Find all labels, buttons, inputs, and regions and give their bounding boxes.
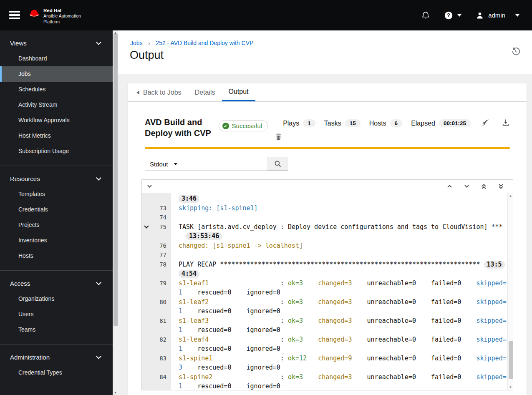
output-panel: 3:4673skipping: [s1-spine1]7475TASK [ari… — [141, 179, 513, 390]
chevron-down-icon — [96, 40, 101, 45]
sidebar-nav: ViewsDashboardJobsSchedulesActivity Stre… — [0, 30, 118, 395]
line-number: 76 — [152, 242, 171, 249]
tab-output[interactable]: Output — [222, 83, 255, 101]
console-line-text: 1 rescued=0 ignored=0 — [171, 325, 280, 335]
sidebar-item-users[interactable]: Users — [0, 307, 113, 322]
notifications-bell-icon[interactable] — [421, 11, 430, 20]
scroll-to-bottom-double-chevron-icon[interactable] — [498, 183, 504, 190]
masthead: Red Hat Ansible Automation Platform ? ad… — [0, 0, 532, 30]
tab-details[interactable]: Details — [188, 83, 222, 101]
redhat-logo-icon — [28, 8, 40, 18]
brand-line2: Ansible Automation — [43, 13, 81, 19]
output-toolbar — [142, 180, 513, 193]
console-line: 3 rescued=0 ignored=0 — [142, 363, 507, 372]
username-label: admin — [488, 12, 505, 19]
job-name: AVD Build and Deploy with CVP — [145, 117, 215, 138]
sidebar-item-credentials[interactable]: Credentials — [0, 202, 113, 217]
console-line: 1 rescued=0 ignored=0 — [142, 307, 507, 316]
search-input[interactable] — [182, 157, 267, 171]
line-number: 84 — [152, 374, 171, 380]
relaunch-rocket-icon[interactable] — [482, 118, 490, 129]
tab-back-to-jobs[interactable]: Back to Jobs — [130, 83, 188, 101]
nav-toggle-button[interactable] — [9, 11, 20, 19]
job-summary-section: AVD Build and Deploy with CVP ✓ Successf… — [128, 102, 527, 171]
search-icon — [274, 160, 282, 168]
nav-group-views: ViewsDashboardJobsSchedulesActivity Stre… — [0, 30, 118, 166]
console-line-text: 1 rescued=0 ignored=0 — [171, 382, 280, 390]
line-number: 79 — [152, 280, 171, 287]
sidebar-item-credential-types[interactable]: Credential Types — [0, 365, 113, 380]
console-line-text: s1-spine2 : ok=3 changed=3 unreachable=0… — [171, 372, 507, 382]
stat-tasks: Tasks15 — [324, 119, 361, 127]
console-line-text: 3:46 — [171, 194, 199, 204]
scroll-to-top-double-chevron-icon[interactable] — [481, 183, 487, 190]
line-number: 78 — [152, 261, 171, 268]
stat-hosts: Hosts6 — [369, 119, 402, 127]
console-line: 78PLAY RECAP ***************************… — [142, 260, 507, 269]
line-number: 83 — [152, 355, 171, 362]
task-expander-chevron-icon[interactable] — [144, 224, 149, 228]
console-line-text: 1 rescued=0 ignored=0 — [171, 344, 280, 354]
help-question-icon: ? — [444, 11, 453, 20]
breadcrumb-job-link[interactable]: 252 - AVD Build and Deploy with CVP — [156, 40, 253, 46]
breadcrumb-jobs-link[interactable]: Jobs — [130, 40, 143, 46]
console-line-text: skipping: [s1-spine1] — [171, 204, 258, 213]
status-badge: ✓ Successful — [219, 120, 268, 131]
chevron-down-icon — [515, 14, 519, 17]
delete-job-trash-icon[interactable] — [275, 133, 282, 143]
console-line: 84s1-spine2 : ok=3 changed=3 unreachable… — [142, 372, 507, 382]
next-match-chevron-down-icon[interactable] — [464, 184, 469, 189]
timestamp-badge: 13:5 — [484, 261, 505, 269]
nav-group-header-access[interactable]: Access — [0, 277, 118, 291]
sidebar-scrollbar-thumb[interactable] — [113, 34, 118, 326]
brand-line3: Platform — [43, 19, 81, 25]
chevron-down-icon — [96, 280, 101, 285]
stat-elapsed: Elapsed00:01:25 — [411, 119, 471, 127]
sidebar-item-host-metrics[interactable]: Host Metrics — [0, 128, 113, 143]
search-button[interactable] — [267, 157, 288, 171]
console-line: 3:46 — [142, 194, 507, 204]
svg-text:?: ? — [447, 12, 450, 18]
nav-group-header-administration[interactable]: Administration — [0, 350, 118, 365]
line-number: 80 — [152, 299, 171, 305]
sidebar-item-hosts[interactable]: Hosts — [0, 248, 113, 264]
nav-group-access: AccessOrganizationsUsersTeams — [0, 270, 118, 344]
breadcrumb-separator-icon: › — [148, 40, 150, 46]
sidebar-item-organizations[interactable]: Organizations — [0, 291, 113, 307]
nav-group-header-resources[interactable]: Resources — [0, 172, 118, 186]
main-content: Jobs › 252 - AVD Build and Deploy with C… — [118, 30, 532, 395]
sidebar-item-jobs[interactable]: Jobs — [0, 66, 113, 82]
sidebar-item-subscription-usage[interactable]: Subscription Usage — [0, 143, 113, 159]
help-menu[interactable]: ? — [444, 11, 461, 20]
sidebar-item-dashboard[interactable]: Dashboard — [0, 51, 113, 66]
user-menu[interactable]: admin — [476, 11, 519, 20]
sidebar-item-activity-stream[interactable]: Activity Stream — [0, 97, 113, 113]
line-number: 73 — [152, 205, 171, 211]
console-line: 81s1-leaf3 : ok=3 changed=3 unreachable=… — [142, 316, 507, 326]
sidebar-item-workflow-approvals[interactable]: Workflow Approvals — [0, 113, 113, 128]
console-line: 83s1-spine1 : ok=12 changed=9 unreachabl… — [142, 354, 507, 363]
previous-match-chevron-up-icon[interactable] — [447, 184, 452, 189]
download-output-icon[interactable] — [502, 118, 510, 128]
console-line-text: TASK [arista.avd.cv_deploy : Deploy devi… — [171, 222, 503, 232]
sidebar-scrollbar[interactable]: ▲ ▼ — [113, 30, 118, 395]
history-icon[interactable] — [511, 47, 520, 58]
sidebar-item-schedules[interactable]: Schedules — [0, 82, 113, 97]
console-line: 1 rescued=0 ignored=0 — [142, 325, 507, 335]
job-stats: Plays1Tasks15Hosts6Elapsed00:01:25 — [283, 119, 471, 127]
console-line: 13:53:46 — [142, 231, 507, 241]
sidebar-item-templates[interactable]: Templates — [0, 186, 113, 202]
console-line: 1 rescued=0 ignored=0 — [142, 288, 507, 297]
console-line: 1 rescued=0 ignored=0 — [142, 382, 507, 390]
sidebar-item-teams[interactable]: Teams — [0, 322, 113, 337]
collapse-all-chevron-icon[interactable] — [147, 184, 152, 189]
console-line-text: PLAY RECAP *****************************… — [171, 260, 505, 269]
sidebar-item-inventories[interactable]: Inventories — [0, 233, 113, 248]
console-scrollbar-thumb[interactable] — [509, 341, 513, 379]
console-line-text: changed: [s1-spine1 -> localhost] — [171, 241, 303, 251]
sidebar-item-projects[interactable]: Projects — [0, 217, 113, 233]
console-line: 74 — [142, 213, 507, 222]
nav-group-header-views[interactable]: Views — [0, 36, 118, 51]
search-filter-select[interactable]: Stdout — [145, 157, 182, 171]
console-scrollbar[interactable]: ▲ ▼ — [507, 193, 513, 390]
